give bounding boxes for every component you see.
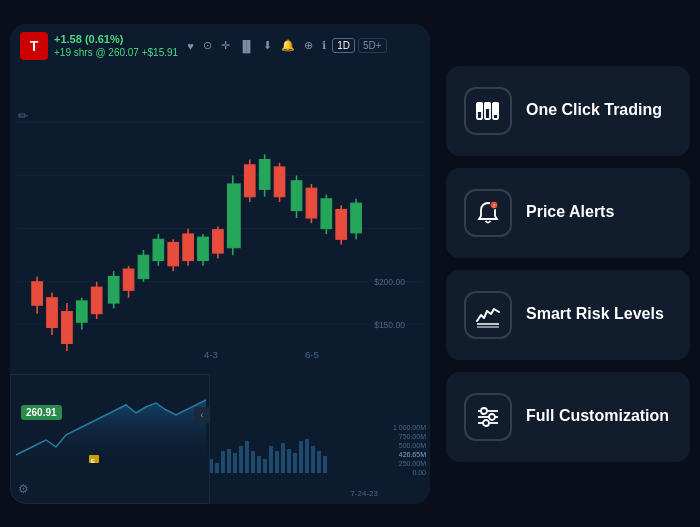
download-icon[interactable]: ⬇: [260, 37, 275, 54]
svg-rect-66: [275, 451, 279, 473]
svg-rect-34: [244, 164, 255, 196]
svg-point-92: [489, 414, 495, 420]
plus-circle-icon[interactable]: ⊕: [301, 37, 316, 54]
chart-area: $200.00 $150.00 4-3 6-5: [10, 68, 430, 368]
bar-chart-icon[interactable]: ▐▌: [236, 38, 258, 54]
svg-rect-59: [233, 453, 237, 473]
feature-card-price-alerts: ! Price Alerts: [446, 168, 690, 258]
svg-rect-14: [91, 287, 102, 314]
svg-rect-28: [198, 237, 209, 260]
price-info: +1.58 (0.61%) +19 shrs @ 260.07 +$15.91: [54, 33, 178, 58]
vol-label-3: 500.00M: [378, 442, 426, 449]
svg-rect-61: [245, 441, 249, 473]
mini-price-label: 260.91: [21, 405, 62, 420]
svg-rect-72: [311, 446, 315, 473]
vol-label-4: 426.65M: [378, 451, 426, 458]
svg-rect-60: [239, 446, 243, 473]
svg-rect-73: [317, 451, 321, 473]
svg-rect-64: [263, 459, 267, 473]
svg-rect-40: [291, 180, 302, 210]
svg-text:E: E: [91, 458, 95, 464]
chart-toolbar: ♥ ⊙ ✛ ▐▌ ⬇ 🔔 ⊕ ℹ 1D 5D+: [184, 37, 387, 54]
svg-rect-46: [336, 209, 347, 239]
price-alerts-title: Price Alerts: [526, 202, 614, 223]
ticker-logo: T: [20, 32, 48, 60]
svg-rect-68: [287, 449, 291, 473]
svg-rect-57: [221, 451, 225, 473]
vol-label-2: 750.00M: [378, 433, 426, 440]
svg-rect-42: [306, 188, 317, 218]
svg-rect-83: [493, 103, 498, 114]
svg-rect-20: [138, 255, 149, 278]
svg-text:$200.00: $200.00: [374, 276, 405, 286]
svg-rect-44: [321, 198, 332, 228]
svg-rect-79: [477, 103, 482, 111]
mini-chart: E 260.91 ‹: [10, 374, 210, 504]
feature-card-smart-risk-levels: Smart Risk Levels: [446, 270, 690, 360]
feature-card-one-click-trading: One Click Trading: [446, 66, 690, 156]
svg-rect-70: [299, 441, 303, 473]
price-alerts-icon-wrap: !: [464, 189, 512, 237]
svg-rect-74: [323, 456, 327, 473]
svg-rect-8: [47, 297, 58, 327]
smart-risk-levels-title: Smart Risk Levels: [526, 304, 664, 325]
volume-svg: [195, 431, 378, 476]
svg-rect-22: [153, 239, 164, 260]
chart-header: T +1.58 (0.61%) +19 shrs @ 260.07 +$15.9…: [10, 24, 430, 68]
full-customization-icon: [474, 403, 502, 431]
svg-rect-62: [251, 451, 255, 473]
svg-rect-18: [123, 269, 134, 290]
svg-rect-71: [305, 439, 309, 473]
price-alerts-icon: !: [474, 199, 502, 227]
svg-rect-38: [274, 166, 285, 196]
bell-small-icon[interactable]: 🔔: [278, 37, 298, 54]
info-icon[interactable]: ℹ: [319, 37, 329, 54]
svg-rect-36: [259, 159, 270, 189]
settings-icon[interactable]: ⚙: [18, 482, 29, 496]
svg-rect-58: [227, 449, 231, 473]
mini-expand-btn[interactable]: ‹: [194, 407, 210, 423]
features-panel: One Click Trading ! Price Alerts: [446, 66, 690, 462]
full-customization-icon-wrap: [464, 393, 512, 441]
date-right: 7-24-23: [350, 489, 378, 498]
svg-rect-81: [485, 103, 490, 108]
svg-rect-12: [76, 300, 87, 321]
day-btn[interactable]: 1D: [332, 38, 355, 53]
smart-risk-levels-icon: [474, 301, 502, 329]
main-container: T +1.58 (0.61%) +19 shrs @ 260.07 +$15.9…: [10, 10, 690, 517]
svg-rect-32: [227, 183, 240, 247]
svg-rect-6: [32, 281, 43, 304]
svg-rect-30: [213, 229, 224, 252]
svg-rect-24: [168, 242, 179, 265]
one-click-trading-icon: [474, 97, 502, 125]
mini-chart-svg: E: [11, 375, 209, 465]
vol-label-5: 250.00M: [378, 460, 426, 467]
svg-rect-69: [293, 453, 297, 473]
svg-rect-10: [62, 311, 73, 343]
svg-point-90: [481, 408, 487, 414]
mini-chart-inner: E 260.91: [11, 375, 209, 465]
chart-panel: T +1.58 (0.61%) +19 shrs @ 260.07 +$15.9…: [10, 24, 430, 504]
feature-card-full-customization: Full Customization: [446, 372, 690, 462]
volume-area: [195, 431, 378, 476]
vol-label-1: 1 000.00M: [378, 424, 426, 431]
svg-text:4-3: 4-3: [204, 349, 218, 360]
smart-risk-levels-icon-wrap: [464, 291, 512, 339]
price-change: +1.58 (0.61%): [54, 33, 178, 45]
svg-rect-65: [269, 446, 273, 473]
svg-text:$150.00: $150.00: [374, 319, 405, 329]
full-customization-title: Full Customization: [526, 406, 669, 427]
trade-detail: +19 shrs @ 260.07 +$15.91: [54, 47, 178, 58]
svg-rect-16: [108, 276, 119, 303]
heart-icon[interactable]: ♥: [184, 38, 197, 54]
clock-icon[interactable]: ⊙: [200, 37, 215, 54]
svg-point-94: [483, 420, 489, 426]
cursor-icon[interactable]: ✛: [218, 37, 233, 54]
vol-label-6: 0.00: [378, 469, 426, 476]
week-btn[interactable]: 5D+: [358, 38, 387, 53]
volume-labels: 1 000.00M 750.00M 500.00M 426.65M 250.00…: [378, 356, 430, 476]
svg-rect-67: [281, 443, 285, 473]
svg-rect-56: [215, 463, 219, 473]
svg-text:6-5: 6-5: [305, 349, 319, 360]
svg-rect-26: [183, 233, 194, 260]
